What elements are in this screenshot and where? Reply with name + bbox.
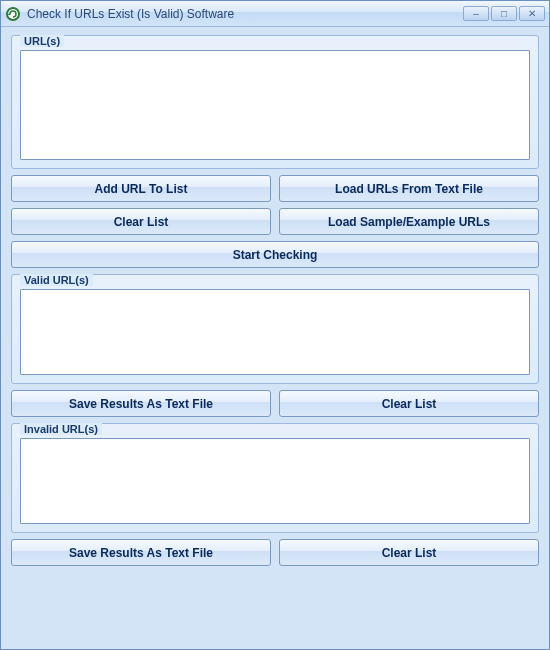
load-sample-urls-button[interactable]: Load Sample/Example URLs	[279, 208, 539, 235]
invalid-buttons-row: Save Results As Text File Clear List	[11, 539, 539, 566]
invalid-legend: Invalid URL(s)	[20, 423, 102, 435]
save-invalid-results-button[interactable]: Save Results As Text File	[11, 539, 271, 566]
minimize-button[interactable]: –	[463, 6, 489, 21]
valid-groupbox: Valid URL(s)	[11, 274, 539, 384]
load-urls-from-file-button[interactable]: Load URLs From Text File	[279, 175, 539, 202]
clear-invalid-list-button[interactable]: Clear List	[279, 539, 539, 566]
url-listbox[interactable]	[20, 50, 530, 160]
add-url-button[interactable]: Add URL To List	[11, 175, 271, 202]
url-groupbox: URL(s)	[11, 35, 539, 169]
invalid-listbox[interactable]	[20, 438, 530, 524]
maximize-icon: □	[501, 8, 507, 19]
close-icon: ✕	[528, 8, 536, 19]
invalid-groupbox: Invalid URL(s)	[11, 423, 539, 533]
minimize-icon: –	[473, 8, 479, 19]
app-icon	[5, 6, 21, 22]
window-title: Check If URLs Exist (Is Valid) Software	[27, 7, 463, 21]
app-window: Check If URLs Exist (Is Valid) Software …	[0, 0, 550, 650]
clear-url-list-button[interactable]: Clear List	[11, 208, 271, 235]
start-checking-button[interactable]: Start Checking	[11, 241, 539, 268]
valid-listbox[interactable]	[20, 289, 530, 375]
url-legend: URL(s)	[20, 35, 64, 47]
url-buttons-row1: Add URL To List Load URLs From Text File	[11, 175, 539, 202]
start-row: Start Checking	[11, 241, 539, 268]
close-button[interactable]: ✕	[519, 6, 545, 21]
window-controls: – □ ✕	[463, 6, 545, 21]
maximize-button[interactable]: □	[491, 6, 517, 21]
url-buttons-row2: Clear List Load Sample/Example URLs	[11, 208, 539, 235]
valid-legend: Valid URL(s)	[20, 274, 93, 286]
client-area: URL(s) Add URL To List Load URLs From Te…	[1, 27, 549, 649]
valid-buttons-row: Save Results As Text File Clear List	[11, 390, 539, 417]
clear-valid-list-button[interactable]: Clear List	[279, 390, 539, 417]
titlebar: Check If URLs Exist (Is Valid) Software …	[1, 1, 549, 27]
save-valid-results-button[interactable]: Save Results As Text File	[11, 390, 271, 417]
